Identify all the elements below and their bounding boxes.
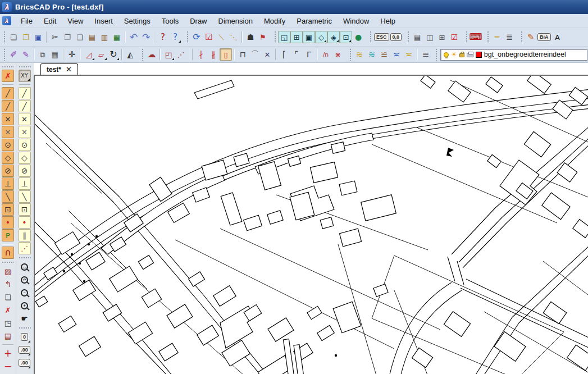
trim-button[interactable]: ∤	[195, 48, 207, 61]
select-block-button[interactable]: ◳	[2, 317, 14, 329]
layer-lock-icon[interactable]	[459, 53, 464, 57]
help-button[interactable]: ?	[157, 31, 169, 43]
menu-dimension[interactable]: Dimension	[213, 15, 258, 27]
snap-midpoint-button[interactable]: ╱	[2, 100, 14, 112]
pan-button[interactable]: ☛	[19, 312, 31, 325]
select-all-button[interactable]: ❏	[2, 291, 14, 303]
scale-button[interactable]: ◿	[83, 48, 95, 61]
viewport-single-button[interactable]: ▣	[303, 31, 315, 43]
match-properties-button[interactable]: ✎	[525, 31, 537, 43]
toolbar-grip[interactable]	[2, 261, 14, 263]
boundary-button[interactable]: ◰	[162, 48, 175, 61]
toolbar-grip[interactable]	[521, 31, 523, 43]
render-button[interactable]: ●	[352, 31, 364, 43]
layer-edit-button[interactable]: ≌	[378, 48, 390, 61]
cut-button[interactable]: ✂	[49, 31, 61, 43]
snap-parallel-button[interactable]: P	[2, 229, 14, 241]
tab-test[interactable]: test* ✕	[40, 63, 78, 75]
snap-nearest-button[interactable]: ╲	[2, 190, 14, 203]
toolbar-grip[interactable]	[19, 327, 31, 329]
mirror-button[interactable]: ◭	[124, 48, 136, 61]
layer-dropdown[interactable]: ☀ bgt_onbegroeidterreindeel	[440, 49, 587, 61]
fillet-radius-button[interactable]: ⌜	[290, 48, 303, 61]
snap2-center-button[interactable]: ⊙	[19, 139, 31, 151]
menu-window[interactable]: Window	[338, 15, 374, 27]
precision-000-button[interactable]: .00	[19, 357, 31, 369]
toolbar-grip[interactable]	[186, 31, 189, 43]
audit-button[interactable]: ⚑	[257, 31, 269, 43]
tab-close-icon[interactable]: ✕	[66, 65, 72, 74]
measure-button[interactable]: ⋇	[332, 48, 344, 61]
snap-center-button[interactable]: ⊙	[2, 139, 14, 151]
layer-freeze-set-button[interactable]: ≍	[390, 48, 403, 61]
undo-button[interactable]: ↶	[127, 31, 140, 43]
menu-edit[interactable]: Edit	[39, 15, 61, 27]
selection-add-button[interactable]: +	[2, 347, 14, 359]
toolbar-grip[interactable]	[349, 48, 352, 61]
cancel-button[interactable]: ESC	[373, 31, 390, 43]
copy-button[interactable]: ❐	[61, 31, 74, 43]
hide-button[interactable]: ☗	[244, 31, 257, 43]
toolbar-grip[interactable]	[3, 31, 6, 43]
paste-button[interactable]: ▤	[86, 31, 98, 43]
snap-node-button[interactable]: •	[2, 216, 14, 229]
drawing-canvas[interactable]	[34, 75, 588, 374]
view-sphere-button[interactable]: ◈	[327, 31, 340, 43]
toolbar-grip[interactable]	[3, 48, 6, 61]
axis-button[interactable]: ⋰	[175, 48, 187, 61]
origin-button[interactable]: 0,0	[390, 31, 403, 43]
menu-draw[interactable]: Draw	[185, 15, 212, 27]
snap2-apparent-intersection-button[interactable]: ✕	[19, 126, 31, 138]
app-menu-icon[interactable]: λ	[2, 16, 11, 25]
scale-list-button[interactable]: ⊞	[436, 31, 448, 43]
divide-button[interactable]: ∕n	[320, 48, 332, 61]
layers-all-button[interactable]: ≡	[420, 48, 432, 61]
rotate-button[interactable]: ↻	[107, 48, 120, 61]
fillet-button[interactable]: ⌈	[278, 48, 290, 61]
extend-button[interactable]: ∦	[207, 48, 220, 61]
snap-toggle-button[interactable]: ∩	[2, 247, 14, 259]
menu-parametric[interactable]: Parametric	[291, 15, 337, 27]
toolbar-grip[interactable]	[466, 31, 468, 43]
help-online-button[interactable]: ?	[169, 31, 181, 43]
precision-00-button[interactable]: .00	[19, 344, 31, 356]
model-space-button[interactable]: ▤	[411, 31, 423, 43]
deselect-button[interactable]: ✗	[2, 304, 14, 316]
zoom-dynamic-button[interactable]: ↶	[19, 273, 31, 286]
zoom-out-button[interactable]: −	[19, 286, 31, 299]
viewports-button[interactable]: ⊞	[290, 31, 303, 43]
join-button[interactable]: ⊓	[236, 48, 249, 61]
dimension-style-button[interactable]: ═	[491, 31, 503, 43]
erase-button[interactable]: ✎	[20, 48, 32, 61]
clear-entity-snaps-button[interactable]: ✗	[2, 70, 14, 82]
stretch-button[interactable]: ▱	[95, 48, 107, 61]
select-undo-button[interactable]: ↰	[2, 278, 14, 290]
view-isometric-button[interactable]: ◇	[315, 31, 327, 43]
layout-check-button[interactable]: ☑	[448, 31, 461, 43]
toolbar-grip[interactable]	[435, 48, 437, 61]
layer-states-button[interactable]: ≋	[366, 48, 378, 61]
open-button[interactable]: ❒	[20, 31, 32, 43]
snap2-perpendicular-button[interactable]: ⊥	[19, 177, 31, 190]
toolbar-grip[interactable]	[274, 31, 276, 43]
delete-button[interactable]: ✐	[7, 48, 20, 61]
snap2-insertion-button[interactable]: ⊡	[19, 203, 31, 216]
clean-button[interactable]: ⟍	[215, 31, 227, 43]
coordinate-tracking-button[interactable]: XY	[19, 70, 31, 82]
paste-special-button[interactable]: ▦	[111, 31, 123, 43]
menu-file[interactable]: File	[16, 15, 38, 27]
menu-settings[interactable]: Settings	[119, 15, 156, 27]
snap-intersection-button[interactable]: ✕	[2, 113, 14, 125]
zoom-window-button[interactable]: ▭	[19, 261, 31, 273]
menu-modify[interactable]: Modify	[259, 15, 290, 27]
block-attributes-button[interactable]: BiA	[537, 31, 551, 43]
redo-button[interactable]: ↷	[140, 31, 152, 43]
move-button[interactable]: ✛	[66, 48, 78, 61]
purge-button[interactable]: ⋱	[227, 31, 240, 43]
snap2-tangent-button[interactable]: ⊘	[19, 165, 31, 177]
layer-color-swatch[interactable]	[476, 52, 482, 58]
view-cube-button[interactable]: ⊡	[340, 31, 352, 43]
array-button[interactable]: ▦	[49, 48, 61, 61]
selection-remove-button[interactable]: −	[2, 360, 14, 372]
snap2-parallel-button[interactable]: ∥	[19, 229, 31, 241]
